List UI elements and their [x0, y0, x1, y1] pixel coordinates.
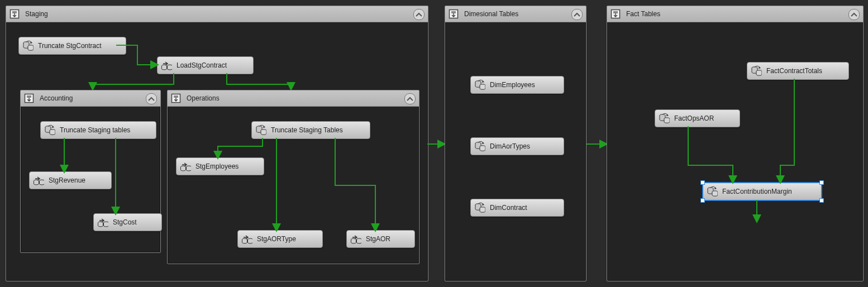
task-dimemployees[interactable]: DimEmployees	[470, 76, 564, 94]
sequence-header[interactable]: Dimesional Tables	[445, 6, 586, 22]
task-label: DimContract	[490, 204, 527, 212]
task-acct-truncate-staging[interactable]: Truncate Staging tables	[40, 121, 156, 139]
sequence-dimensional-tables[interactable]: Dimesional Tables DimEmployees DimAorTyp…	[445, 6, 586, 281]
task-dimcontract[interactable]: DimContract	[470, 199, 564, 217]
dataflow-task-icon	[350, 233, 361, 245]
ssis-control-flow-canvas[interactable]: Staging Truncate StgContract LoadStgCont…	[0, 0, 868, 287]
dataflow-task-icon	[161, 60, 172, 71]
sequence-header[interactable]: Staging	[6, 6, 428, 22]
selection-handle[interactable]	[700, 198, 705, 203]
sequence-staging[interactable]: Staging Truncate StgContract LoadStgCont…	[6, 6, 428, 281]
task-stgrevenue[interactable]: StgRevenue	[29, 171, 112, 189]
selection-handle[interactable]	[819, 198, 824, 203]
dataflow-task-icon	[97, 217, 108, 228]
sequence-icon	[24, 93, 34, 103]
collapse-button[interactable]	[146, 93, 157, 104]
sequence-title: Fact Tables	[626, 10, 660, 18]
sequence-fact-tables[interactable]: Fact Tables FactContractTotals FactOpsAO…	[607, 6, 864, 281]
sql-task-icon	[22, 40, 34, 51]
task-label: FactOpsAOR	[674, 114, 714, 122]
collapse-button[interactable]	[848, 9, 860, 20]
task-factcontracttotals[interactable]: FactContractTotals	[747, 62, 849, 80]
collapse-button[interactable]	[413, 9, 425, 20]
dataflow-task-icon	[33, 175, 44, 186]
sequence-title: Staging	[25, 10, 48, 18]
dataflow-task-icon	[241, 233, 252, 245]
collapse-button[interactable]	[404, 93, 416, 104]
sql-task-icon	[474, 202, 485, 213]
sql-task-icon	[751, 65, 762, 76]
task-label: Truncate Staging tables	[60, 126, 130, 134]
precedence-constraint	[607, 6, 863, 281]
task-label: FactContributionMargin	[722, 188, 792, 195]
task-factopsaor[interactable]: FactOpsAOR	[655, 109, 740, 127]
task-label: Truncate Staging Tables	[271, 126, 343, 134]
sequence-operations[interactable]: Operations Truncate Staging Tables StgEm…	[167, 90, 419, 264]
selection-handle[interactable]	[819, 180, 824, 185]
sql-task-icon	[44, 125, 55, 136]
task-load-stgcontract[interactable]: LoadStgContract	[157, 56, 254, 74]
task-stgaortype[interactable]: StgAORType	[237, 230, 323, 248]
task-label: StgRevenue	[49, 176, 85, 184]
task-label: StgEmployees	[195, 162, 239, 170]
task-stgemployees[interactable]: StgEmployees	[176, 157, 264, 175]
sequence-accounting[interactable]: Accounting Truncate Staging tables StgRe…	[20, 90, 161, 253]
task-label: StgAOR	[366, 235, 390, 243]
sequence-title: Accounting	[40, 94, 73, 102]
sequence-header[interactable]: Fact Tables	[607, 6, 863, 22]
task-dimaortypes[interactable]: DimAorTypes	[470, 137, 564, 155]
task-label: FactContractTotals	[766, 67, 822, 75]
sequence-icon	[9, 9, 20, 19]
sql-task-icon	[659, 113, 670, 124]
sequence-title: Dimesional Tables	[464, 10, 518, 18]
task-label: DimEmployees	[490, 81, 535, 89]
sequence-icon	[171, 93, 181, 103]
task-label: DimAorTypes	[490, 142, 530, 150]
task-label: LoadStgContract	[177, 61, 227, 69]
sequence-header[interactable]: Operations	[168, 90, 419, 107]
task-truncate-stgcontract[interactable]: Truncate StgContract	[18, 37, 126, 55]
sequence-icon	[449, 9, 459, 19]
task-label: Truncate StgContract	[38, 42, 102, 50]
sequence-title: Operations	[187, 94, 220, 102]
task-stgaor[interactable]: StgAOR	[346, 230, 415, 248]
sql-task-icon	[474, 79, 485, 90]
sequence-header[interactable]: Accounting	[21, 90, 160, 107]
dataflow-task-icon	[180, 161, 191, 172]
sequence-icon	[611, 9, 621, 19]
sql-task-icon	[255, 125, 266, 136]
task-label: StgCost	[113, 218, 137, 226]
task-label: StgAORType	[257, 235, 296, 243]
collapse-button[interactable]	[571, 9, 583, 20]
task-ops-truncate-staging[interactable]: Truncate Staging Tables	[251, 121, 370, 139]
selection-handle[interactable]	[700, 180, 705, 185]
sql-task-icon	[474, 141, 485, 152]
sql-task-icon	[707, 186, 718, 197]
task-factcontributionmargin[interactable]: FactContributionMargin	[702, 182, 822, 201]
task-stgcost[interactable]: StgCost	[93, 213, 162, 231]
